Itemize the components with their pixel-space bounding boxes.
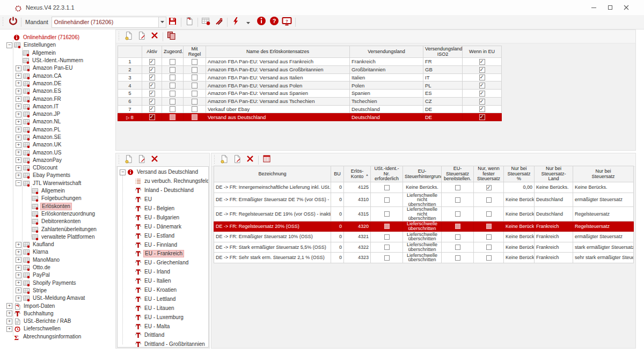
- checkbox-unchecked[interactable]: [192, 59, 197, 65]
- checkbox-checked[interactable]: [479, 59, 485, 65]
- expand-plus-icon[interactable]: +: [16, 257, 21, 263]
- sidebar-item-import-daten[interactable]: +Import-Daten: [4, 302, 115, 309]
- cell-mit_regel[interactable]: [184, 82, 206, 90]
- cell-ustid[interactable]: [371, 253, 403, 263]
- table-row[interactable]: DE -> FR: Regelsteuersatz DE 19% (vor OS…: [214, 207, 634, 221]
- cell-ber[interactable]: [442, 232, 474, 242]
- checkbox-unchecked[interactable]: [192, 75, 197, 80]
- checkbox-unchecked[interactable]: [486, 234, 492, 240]
- checkbox-unchecked[interactable]: [486, 211, 492, 217]
- cell-ber[interactable]: [442, 207, 474, 221]
- table-row[interactable]: DE -> FR: Sehr stark erm. Steuersatz 2,1…: [214, 253, 634, 263]
- sidebar-item-folgebuchungen[interactable]: Folgebuchungen: [4, 195, 115, 202]
- column-header-num[interactable]: [118, 46, 142, 58]
- checkbox-unchecked[interactable]: [192, 91, 197, 97]
- table-row[interactable]: DE -> FR: Regelsteuersatz 20% (OSS)04320…: [214, 221, 634, 232]
- sidebar-item-amazon-nl[interactable]: +Amazon.NL: [4, 118, 115, 125]
- checkbox-checked[interactable]: [486, 185, 492, 190]
- detail-tree-item-eu-luxemburg[interactable]: EU - Luxemburg: [118, 313, 208, 322]
- sidebar-item-ebay-payments[interactable]: +Ebay Payments: [4, 172, 115, 179]
- sidebar-item-stripe[interactable]: +Stripe: [4, 287, 115, 294]
- column-header-zugeord[interactable]: Zugeord.: [162, 46, 184, 58]
- cell-mit_regel[interactable]: [184, 113, 206, 121]
- column-header-land[interactable]: Nur bei Steuersatz-Land: [535, 166, 573, 182]
- checkbox-unchecked[interactable]: [170, 91, 175, 97]
- cell-ustid[interactable]: [371, 207, 403, 221]
- table-row[interactable]: 3Amazon FBA Pan-EU: Versand aus ItalienI…: [118, 73, 502, 82]
- checkbox-unchecked[interactable]: [384, 255, 390, 261]
- tree-delete-button[interactable]: [148, 154, 161, 166]
- column-header-pct[interactable]: Nur bei Steuersatz %: [504, 166, 535, 182]
- column-header-name[interactable]: Name des Erlöskontensatzes: [206, 46, 350, 58]
- cell-mit_regel[interactable]: [184, 105, 206, 113]
- cell-aktiv[interactable]: [142, 73, 162, 82]
- checkbox-unchecked[interactable]: [455, 245, 460, 250]
- sidebar-item-abrechnungsinformation[interactable]: ΣAbrechnungsinformation: [4, 333, 115, 341]
- checkbox-checked[interactable]: [479, 67, 485, 73]
- expand-plus-icon[interactable]: +: [16, 280, 21, 286]
- cell-aktiv[interactable]: [142, 58, 162, 66]
- expand-plus-icon[interactable]: +: [16, 287, 21, 293]
- sidebar-item-amazon-jp[interactable]: +Amazon.JP: [4, 110, 115, 118]
- checkbox-checked[interactable]: [479, 114, 485, 120]
- expand-plus-icon[interactable]: +: [6, 319, 12, 324]
- checkbox-unchecked[interactable]: [455, 234, 460, 240]
- cell-ustid[interactable]: [371, 242, 403, 253]
- sidebar-item-zahlarten-berleitungen[interactable]: Zahlartenüberleitungen: [4, 225, 115, 233]
- toolbar-grip[interactable]: [118, 32, 120, 41]
- detail-tree-item-eu-frankreich[interactable]: EU - Frankreich: [118, 249, 208, 258]
- checkbox-unchecked[interactable]: [170, 83, 175, 88]
- sidebar-item-erl-skontenzuordnung[interactable]: Erlöskontenzuordnung: [4, 210, 115, 218]
- cell-mit_regel[interactable]: [184, 90, 206, 98]
- detail-tree-item-eu[interactable]: EU: [118, 195, 208, 204]
- detail-edit-button[interactable]: [231, 154, 244, 166]
- cell-ber[interactable]: [442, 221, 474, 232]
- detail-tree-item-eu-litauen[interactable]: EU - Litauen: [118, 304, 208, 313]
- expand-plus-icon[interactable]: +: [16, 272, 21, 278]
- column-header-eu[interactable]: Wenn in EU: [463, 46, 502, 58]
- cell-aktiv[interactable]: [142, 65, 162, 73]
- expand-plus-icon[interactable]: +: [6, 303, 12, 309]
- checkbox-checked[interactable]: [479, 99, 485, 105]
- cell-aktiv[interactable]: [142, 97, 162, 105]
- table-row[interactable]: 1Amazon FBA Pan-EU: Versand aus Frankrei…: [118, 58, 502, 66]
- detail-tree-item-eu-estland[interactable]: EU - Estland: [118, 231, 208, 240]
- expand-plus-icon[interactable]: +: [16, 96, 21, 102]
- checkbox-unchecked[interactable]: [170, 59, 175, 65]
- cell-eu[interactable]: [463, 82, 502, 90]
- sidebar-item-erl-skonten[interactable]: Erlöskonten: [4, 203, 115, 210]
- collapse-minus-icon[interactable]: −: [6, 42, 12, 48]
- expand-plus-icon[interactable]: +: [16, 73, 21, 79]
- detail-tree-item-eu-finnland[interactable]: EU - Finnland: [118, 240, 208, 249]
- detail-tree-item-eu-lettland[interactable]: EU - Lettland: [118, 294, 208, 304]
- checkbox-unchecked[interactable]: [486, 224, 492, 229]
- column-header-ber[interactable]: EU-Steuersatz bereitstellen.: [442, 166, 474, 182]
- checkbox-unchecked[interactable]: [192, 67, 197, 73]
- column-header-land[interactable]: Versendungsland: [350, 46, 423, 58]
- expand-plus-icon[interactable]: +: [16, 80, 21, 86]
- cell-aktiv[interactable]: [142, 105, 162, 113]
- sidebar-item-ust-meldung-amavat[interactable]: +USt.-Meldung Amavat: [4, 294, 115, 302]
- expand-plus-icon[interactable]: +: [16, 165, 21, 171]
- column-header-fest[interactable]: Nur, wenn fester Steuersatz: [474, 166, 504, 182]
- checkbox-checked[interactable]: [479, 106, 485, 112]
- expand-plus-icon[interactable]: +: [16, 88, 21, 94]
- sidebar-item-verwaltete-plattformen[interactable]: verwaltete Plattformen: [4, 233, 115, 241]
- detail-tree-item-eu-griechenland[interactable]: EU - Griechenland: [118, 258, 208, 268]
- detail-tree-item-eu-italien[interactable]: EU - Italien: [118, 277, 208, 286]
- column-header-mit_regel[interactable]: Mit Regel: [184, 46, 206, 58]
- table-row[interactable]: DE -> FR: Ermäßigter Steuersatz 10% (OSS…: [214, 232, 634, 242]
- cell-ustid[interactable]: [371, 182, 403, 193]
- cell-ustid[interactable]: [371, 193, 403, 207]
- cell-eu[interactable]: [463, 97, 502, 105]
- checkbox-checked[interactable]: [479, 75, 485, 80]
- cell-ber[interactable]: [442, 242, 474, 253]
- detail-tree-item-zu-verbuch-rechnungsfelder[interactable]: zu verbuch. Rechnungsfelder: [118, 177, 208, 186]
- mandant-combobox[interactable]: Onlinehändler (716206): [52, 17, 166, 28]
- sidebar-item-onlineh-ndler-716206[interactable]: Onlinehändler (716206): [4, 34, 115, 41]
- sidebar-item-amazon-uk[interactable]: +Amazon.UK: [4, 141, 115, 149]
- cell-aktiv[interactable]: [142, 113, 162, 121]
- cell-eu[interactable]: [463, 65, 502, 73]
- cell-zugeord[interactable]: [162, 58, 184, 66]
- cell-ber[interactable]: [442, 193, 474, 207]
